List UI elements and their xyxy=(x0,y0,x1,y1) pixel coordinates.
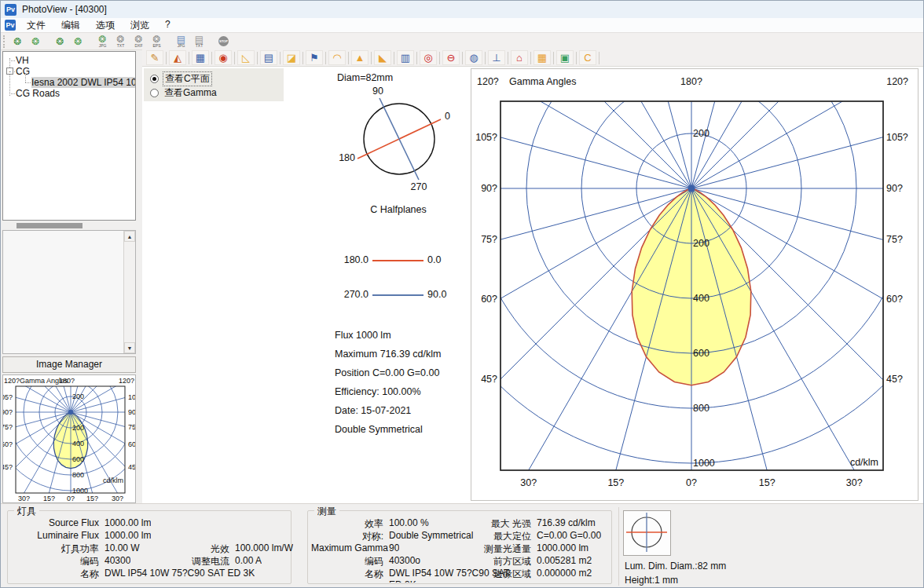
svg-text:600: 600 xyxy=(693,348,710,359)
tree-connector-tick xyxy=(9,93,15,94)
limit-curve-icon[interactable]: ◪ xyxy=(283,50,300,65)
utilization-curve-icon[interactable]: ◣ xyxy=(374,50,391,65)
svg-text:60?: 60? xyxy=(481,294,497,305)
svg-text:1000: 1000 xyxy=(693,458,715,469)
toolbar-separator xyxy=(348,52,349,64)
radio-unselected-icon[interactable] xyxy=(150,89,159,97)
cone-diagram-icon[interactable]: ▲ xyxy=(351,50,368,65)
doc-txt-icon[interactable]: ▤TXT xyxy=(190,34,208,49)
detail-scrollbar[interactable]: ▲ ▼ xyxy=(123,231,135,353)
cartesian-chart-icon[interactable]: ◺ xyxy=(237,50,255,65)
c-plane-letter-icon[interactable]: C xyxy=(579,50,596,65)
photometer-color-icon[interactable]: ❂ xyxy=(9,34,27,49)
field-value: C=0.00 G=0.00 xyxy=(537,530,601,541)
tree-connector-tick xyxy=(9,60,15,61)
image-manager-button[interactable]: Image Manager xyxy=(2,356,136,373)
intensity-table-icon[interactable]: ▦ xyxy=(192,50,209,65)
export-dxf-icon[interactable]: ❂DXF xyxy=(130,34,148,49)
svg-text:90?: 90? xyxy=(3,408,13,416)
svg-text:400: 400 xyxy=(72,440,84,447)
isolux-rings-icon[interactable]: ◎ xyxy=(420,50,437,65)
luminaire-dome-icon[interactable]: ◠ xyxy=(328,50,346,65)
view-gamma-label: 查看Gamma xyxy=(163,86,218,100)
scroll-down-icon[interactable]: ▼ xyxy=(124,342,135,353)
roof-diagram-icon[interactable]: ⌂ xyxy=(511,50,528,65)
tree-item-1[interactable]: CG xyxy=(16,66,30,77)
field-value: 0.00 A xyxy=(235,555,262,566)
polar-chart-icon[interactable]: ◭ xyxy=(169,50,186,65)
photometer-color2-icon[interactable]: ❂ xyxy=(51,34,69,49)
view-cplane-radio[interactable]: 查看C平面 xyxy=(150,73,277,85)
toolbar-separator xyxy=(416,52,417,64)
photometric-solid-icon[interactable]: ⊥ xyxy=(488,50,505,65)
export-eps-icon[interactable]: ❂EPS xyxy=(148,34,166,49)
tree-connector-line xyxy=(9,58,10,96)
luminaire-dims-box xyxy=(623,510,671,556)
field-row: 调整电流0.00 A xyxy=(165,555,262,568)
mini-polar-chart: 120?Gamma Angles180?120?105?105?90?90?75… xyxy=(3,375,135,502)
window-title: PhotoView - [40300] xyxy=(22,4,107,15)
doc-jpg-icon[interactable]: ▤JPG xyxy=(172,34,190,49)
menu-item-3[interactable]: 浏览 xyxy=(123,17,157,34)
luminaire-shape-icon xyxy=(624,511,670,555)
edit-pencil-icon[interactable]: ✎ xyxy=(146,50,163,65)
menu-item-0[interactable]: 文件 xyxy=(19,17,53,34)
svg-text:30?: 30? xyxy=(520,477,537,488)
stop-icon[interactable]: STOP xyxy=(214,34,233,49)
menu-item-4[interactable]: ? xyxy=(157,17,178,34)
svg-text:60?: 60? xyxy=(128,440,135,448)
label-0: 0 xyxy=(445,111,450,122)
svg-text:30?: 30? xyxy=(846,477,863,488)
image-view-icon[interactable]: ▣ xyxy=(556,50,574,65)
classification-flag-icon[interactable]: ⚑ xyxy=(306,50,323,65)
tree-item-0[interactable]: VH xyxy=(16,55,29,66)
photoview-window: Pv PhotoView - [40300] Pv 文件编辑选项浏览? ❂❂❂❂… xyxy=(0,0,924,588)
svg-text:120?: 120? xyxy=(119,377,134,385)
tree-item-3[interactable]: CG Roads xyxy=(16,88,60,99)
tree-collapse-icon[interactable]: - xyxy=(6,68,13,75)
svg-text:15?: 15? xyxy=(86,495,98,502)
ball-diagram-icon[interactable]: ◍ xyxy=(465,50,482,65)
scroll-up-icon[interactable]: ▲ xyxy=(124,231,135,242)
ugr-table-icon[interactable]: ▤ xyxy=(260,50,277,65)
svg-text:105?: 105? xyxy=(886,132,908,143)
toolbar-separator xyxy=(302,52,303,64)
svg-text:120?: 120? xyxy=(477,76,499,87)
isocandela-ellipse-icon[interactable]: ⊖ xyxy=(442,50,460,65)
photometer-bw2-icon[interactable]: ❂ xyxy=(69,34,87,49)
menu-item-2[interactable]: 选项 xyxy=(88,17,123,34)
toolbar-drag-handle[interactable] xyxy=(3,35,6,48)
detail-list-panel: ▲ ▼ xyxy=(2,230,136,354)
bottom-divider xyxy=(618,507,619,586)
export-jpg-icon[interactable]: ❂JPG xyxy=(94,34,112,49)
glare-eye-icon[interactable]: ◉ xyxy=(214,50,232,65)
radio-selected-icon[interactable] xyxy=(150,75,159,83)
svg-text:120?: 120? xyxy=(4,377,20,385)
stat-flux: Flux 1000 lm xyxy=(335,326,441,345)
tree-item-2[interactable]: Iesna 2002 DWL IP54 10W 75?C90 xyxy=(31,77,136,88)
toolbar-separator xyxy=(166,52,167,64)
photometer-bw2-icon-glyph: ❂ xyxy=(74,37,82,46)
field-value: DWL IP54 10W 75?C90 SAT ED 3K xyxy=(104,568,255,579)
chart-preview-panel[interactable]: 120?Gamma Angles180?120?105?105?90?90?75… xyxy=(2,374,136,503)
menu-item-1[interactable]: 编辑 xyxy=(53,17,88,34)
bottom-info-strip: 灯具 Source Flux1000.00 lmLuminaire Flux10… xyxy=(1,503,924,588)
left-splitter-handle[interactable] xyxy=(16,223,82,228)
summary-table-icon[interactable]: ▦ xyxy=(534,50,551,65)
toolbar-separator xyxy=(394,52,394,64)
field-label: Maximum Gamma xyxy=(311,542,383,553)
lum-dim-height: Height:1 mm xyxy=(625,575,678,586)
legend-270-label: 270.0 xyxy=(337,289,368,300)
cie-flux-table-icon[interactable]: ▥ xyxy=(397,50,414,65)
field-label: 名称 xyxy=(311,568,383,581)
view-gamma-radio[interactable]: 查看Gamma xyxy=(150,87,277,99)
export-txt-icon[interactable]: ❂TXT xyxy=(112,34,130,49)
field-row: 对称:Double Symmetrical xyxy=(311,530,473,543)
photometer-bw-icon[interactable]: ❂ xyxy=(27,34,45,49)
field-value: 0.005281 m2 xyxy=(537,555,592,566)
toolbar-separator xyxy=(485,52,486,64)
mdi-child-icon[interactable]: Pv xyxy=(5,20,16,31)
svg-text:cd/klm: cd/klm xyxy=(850,457,878,468)
field-value: 100.00 % xyxy=(389,517,429,528)
stat-symmetry: Double Symmetrical xyxy=(335,420,441,439)
